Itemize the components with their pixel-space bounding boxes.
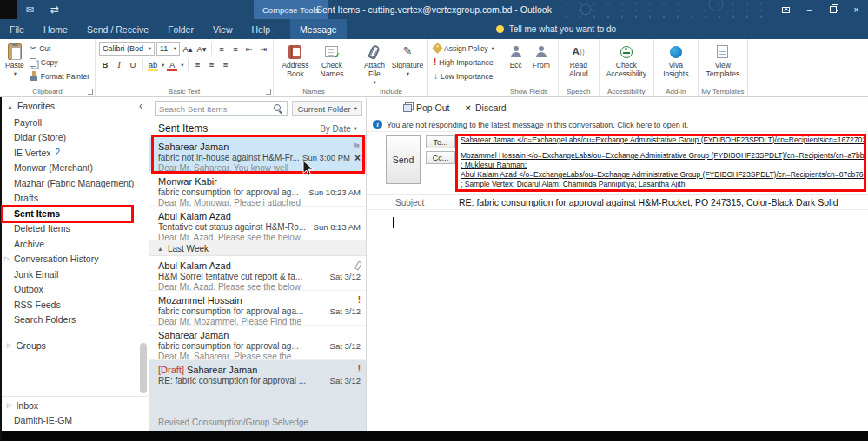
assign-policy-button[interactable]: Assign Policy▾	[432, 42, 496, 55]
font-size-select[interactable]: 11▾	[156, 42, 180, 56]
sidebar-item-archive[interactable]: Archive	[0, 236, 149, 252]
align-right-button[interactable]: ≡	[220, 58, 232, 71]
view-templates-button[interactable]: View Templates	[702, 42, 744, 80]
sidebar-item-damith-ie-gm[interactable]: Damith-IE-GM	[0, 413, 148, 429]
paste-button[interactable]: Paste ▾	[3, 42, 26, 77]
bullet-list-button[interactable]: ≡	[215, 43, 228, 56]
italic-button[interactable]: I	[113, 58, 125, 71]
from-button[interactable]: From	[528, 42, 554, 71]
search-box[interactable]	[155, 101, 288, 116]
cc-button[interactable]: Cc...	[426, 151, 455, 164]
tab-help[interactable]: Help	[242, 19, 281, 39]
recipient-cc[interactable]: Mozammel Hossain </o=ExchangeLabs/ou=Exc…	[461, 151, 865, 161]
envelope-qat-icon[interactable]: ✉	[26, 0, 34, 19]
minimize-button[interactable]: –	[798, 0, 821, 19]
align-left-button[interactable]: ≡	[192, 58, 204, 71]
tab-home[interactable]: Home	[34, 19, 77, 39]
cut-button[interactable]: ✂Cut	[28, 42, 91, 55]
sidebar-item-conversation-history[interactable]: ▷Conversation History	[0, 252, 149, 267]
info-bar[interactable]: i You are not responding to the latest m…	[367, 118, 868, 132]
sidebar-item-sent-items[interactable]: Sent Items	[0, 206, 149, 221]
sidebar-section-inbox[interactable]: ▷Inbox	[0, 398, 148, 413]
delete-icon[interactable]: ×	[354, 152, 361, 164]
search-icon[interactable]	[274, 104, 283, 114]
recipient-cc[interactable]: Abul Kalam Azad </o=ExchangeLabs/ou=Exch…	[461, 170, 865, 180]
sidebar-item-payroll[interactable]: Payroll	[0, 115, 149, 130]
favorites-header[interactable]: ▲ Favorites ‹	[0, 97, 149, 115]
sidebar-item-mazhar-fabric-management[interactable]: Mazhar (Fabric Management)	[0, 175, 149, 191]
tell-me-box[interactable]: Tell me what you want to do	[496, 19, 616, 39]
close-button[interactable]: ×	[845, 0, 868, 19]
sidebar-item-outbox[interactable]: Outbox	[0, 282, 149, 298]
font-name-select[interactable]: Calibri (Bod▾	[99, 42, 155, 56]
mail-list-item[interactable]: Abul Kalam Azad H&M Sorrel tentative cut…	[149, 256, 366, 291]
sidebar-item-monwar-merchant[interactable]: Monwar (Merchant)	[0, 161, 149, 176]
signature-button[interactable]: ✎ Signature ▾	[391, 42, 424, 77]
tab-message[interactable]: Message	[290, 19, 347, 39]
sidebar-item-drafts[interactable]: Drafts	[0, 191, 149, 207]
to-field[interactable]: Saharear Jaman </o=ExchangeLabs/ou=Excha…	[461, 135, 865, 145]
recipient-cc[interactable]: ; Muklesur Rahman;	[461, 161, 865, 170]
low-importance-button[interactable]: ↓Low Importance	[432, 69, 496, 82]
underline-button[interactable]: U	[127, 58, 139, 71]
send-receive-qat-icon[interactable]: ⇄	[50, 0, 59, 19]
section-header-last-week[interactable]: ▲ Last Week	[149, 241, 366, 256]
sidebar-section-groups[interactable]: ▷Groups	[0, 338, 149, 352]
viva-insights-button[interactable]: Viva Insights	[658, 42, 694, 80]
chevron-down-icon[interactable]: ▾	[181, 62, 183, 69]
dialog-launcher-icon[interactable]	[266, 89, 271, 95]
mail-list-item[interactable]: Abul Kalam Azad Tentative cut status aga…	[149, 207, 366, 241]
format-painter-button[interactable]: Format Painter	[28, 69, 91, 82]
decrease-indent-button[interactable]: ⇤	[243, 43, 255, 56]
shrink-font-button[interactable]: A▾	[195, 43, 208, 56]
read-aloud-button[interactable]: Read Aloud	[562, 42, 595, 80]
ribbon-options-button[interactable]	[774, 0, 798, 19]
to-button[interactable]: To...	[426, 135, 455, 148]
align-center-button[interactable]: ≡	[206, 58, 218, 71]
send-button[interactable]: Send	[386, 135, 421, 184]
tab-folder[interactable]: Folder	[158, 19, 203, 39]
copy-button[interactable]: Copy	[28, 56, 91, 69]
high-importance-button[interactable]: !High Importance	[432, 56, 496, 69]
sidebar-item-didar-store[interactable]: Didar (Store)	[0, 130, 149, 146]
collapse-pane-icon[interactable]: ‹	[139, 100, 142, 112]
recipient-to[interactable]: Saharear Jaman </o=ExchangeLabs/ou=Excha…	[461, 135, 865, 145]
check-accessibility-button[interactable]: Check Accessibility	[603, 42, 650, 80]
subject-field[interactable]: RE: fabric consumption for approval agai…	[459, 197, 838, 207]
sidebar-item-ie-vertex[interactable]: IE Vertex2	[0, 145, 149, 161]
discard-button[interactable]: × Discard	[466, 102, 507, 113]
bold-button[interactable]: B	[99, 58, 111, 71]
mail-list-item-selected[interactable]: Saharear Jaman ⚑ fabric not in-house aga…	[149, 137, 366, 172]
sort-dropdown[interactable]: By Date▾	[320, 124, 357, 134]
grow-font-button[interactable]: A▴	[182, 43, 194, 56]
mail-list-item-draft[interactable]: [Draft]Saharear Jaman ! RE: fabric consu…	[149, 360, 366, 431]
search-scope-dropdown[interactable]: Current Folder ▾	[292, 101, 362, 116]
cc-field[interactable]: Mozammel Hossain </o=ExchangeLabs/ou=Exc…	[461, 151, 865, 189]
sidebar-item-search-folders[interactable]: Search Folders	[0, 313, 149, 328]
font-color-button[interactable]: A	[166, 58, 178, 71]
mail-list-item[interactable]: Mozammel Hossain ! fabric consumption fo…	[149, 291, 366, 326]
check-names-button[interactable]: Check Names	[314, 42, 350, 80]
numbered-list-button[interactable]: ≡	[229, 43, 242, 56]
sidebar-item-rss-feeds[interactable]: RSS Feeds	[0, 297, 149, 313]
sidebar-item-deleted-items[interactable]: Deleted Items	[0, 221, 149, 237]
flag-icon[interactable]: ⚑	[353, 142, 361, 151]
attach-file-button[interactable]: Attach File ▾	[358, 42, 391, 86]
address-book-button[interactable]: Address Book	[277, 42, 314, 80]
tab-send-receive[interactable]: Send / Receive	[77, 19, 158, 39]
highlight-color-button[interactable]: ab	[147, 58, 159, 71]
sidebar-scrollbar[interactable]	[140, 343, 147, 393]
increase-indent-button[interactable]: ⇥	[257, 43, 269, 56]
restore-button[interactable]	[821, 0, 845, 19]
expand-icon[interactable]: ▷	[4, 255, 9, 262]
dialog-launcher-icon[interactable]	[88, 89, 93, 95]
chevron-down-icon[interactable]: ▾	[162, 62, 164, 69]
bcc-button[interactable]: Bcc	[504, 42, 528, 71]
pop-out-button[interactable]: Pop Out	[403, 102, 450, 113]
tab-view[interactable]: View	[203, 19, 242, 39]
message-body[interactable]	[367, 210, 868, 430]
mail-list-item[interactable]: Monwar Kabir fabric consumption for appr…	[149, 172, 366, 207]
recipient-cc[interactable]: ; Sample Vertex; Didarul Alam; Chaminda …	[461, 180, 865, 189]
tab-file[interactable]: File	[0, 19, 34, 39]
search-input[interactable]	[159, 104, 274, 114]
